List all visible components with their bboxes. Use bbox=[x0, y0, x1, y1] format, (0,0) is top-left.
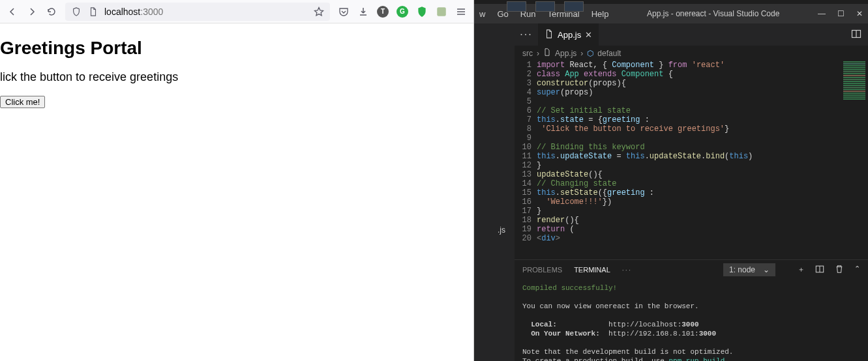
terminal-select[interactable]: 1: node bbox=[723, 263, 775, 276]
split-terminal-icon[interactable] bbox=[815, 265, 824, 275]
file-icon bbox=[543, 48, 551, 58]
tab-app-js[interactable]: App.js ✕ bbox=[538, 23, 599, 46]
reload-icon[interactable] bbox=[46, 6, 57, 18]
tab-label: App.js bbox=[558, 30, 581, 40]
window-title: App.js - onereact - Visual Studio Code bbox=[620, 9, 806, 18]
taskbar-thumbnails bbox=[507, 0, 584, 13]
click-me-button[interactable]: Click me! bbox=[0, 96, 45, 108]
sidebar-file[interactable]: .js bbox=[474, 23, 515, 235]
panel-tab-terminal[interactable]: TERMINAL bbox=[574, 266, 610, 274]
toolbar-actions: T G bbox=[338, 6, 467, 18]
bookmark-star-icon[interactable] bbox=[313, 6, 325, 18]
url-text: localhost:3000 bbox=[104, 7, 163, 17]
split-editor-icon[interactable] bbox=[845, 29, 868, 41]
breadcrumb-folder[interactable]: src bbox=[522, 49, 533, 58]
browser-window: localhost:3000 T G bbox=[0, 0, 474, 361]
vscode-window: w Go Run Terminal Help App.js - onereact… bbox=[474, 0, 868, 361]
back-icon[interactable] bbox=[7, 6, 18, 18]
maximize-panel-icon[interactable]: ⌃ bbox=[854, 265, 860, 275]
terminal-body[interactable]: Compiled successfully! You can now view … bbox=[515, 280, 868, 361]
panel-tabs: PROBLEMS TERMINAL ··· 1: node ＋ ⌃ bbox=[515, 260, 868, 280]
symbol-icon: ⬡ bbox=[587, 49, 593, 58]
line-gutter: 1234567891011121314151617181920 bbox=[515, 61, 537, 259]
browser-toolbar: localhost:3000 T G bbox=[0, 0, 473, 23]
file-icon bbox=[87, 6, 99, 18]
breadcrumb-symbol[interactable]: default bbox=[597, 49, 621, 58]
page-content: Greetings Portal lick the button to rece… bbox=[0, 23, 473, 361]
forward-icon[interactable] bbox=[26, 6, 38, 18]
maximize-icon[interactable]: ☐ bbox=[837, 9, 845, 18]
kill-terminal-icon[interactable] bbox=[835, 265, 844, 275]
shield-icon[interactable] bbox=[70, 6, 82, 18]
pocket-icon[interactable] bbox=[338, 6, 350, 18]
menu-view[interactable]: w bbox=[479, 9, 485, 19]
extension-badge-t[interactable]: T bbox=[377, 6, 389, 18]
new-terminal-icon[interactable]: ＋ bbox=[798, 265, 805, 275]
close-window-icon[interactable]: ✕ bbox=[856, 9, 863, 18]
address-bar[interactable]: localhost:3000 bbox=[65, 3, 330, 21]
code-lines[interactable]: import React, { Component } from 'react'… bbox=[537, 61, 868, 259]
editor-group: ··· App.js ✕ src › App.js › ⬡ bbox=[515, 23, 868, 361]
page-heading: Greetings Portal bbox=[0, 38, 473, 59]
tabstrip: ··· App.js ✕ bbox=[515, 23, 868, 46]
close-tab-icon[interactable]: ✕ bbox=[585, 30, 592, 40]
download-icon[interactable] bbox=[357, 6, 369, 18]
breadcrumb-file[interactable]: App.js bbox=[555, 49, 576, 58]
extension-badge-g[interactable]: G bbox=[397, 6, 408, 18]
terminal-panel: PROBLEMS TERMINAL ··· 1: node ＋ ⌃ Compil… bbox=[515, 259, 868, 361]
extension-puzzle-icon[interactable] bbox=[436, 6, 447, 18]
tab-overflow-icon[interactable]: ··· bbox=[515, 29, 538, 40]
window-controls: — ☐ ✕ bbox=[818, 9, 863, 18]
page-paragraph: lick the button to receive greetings bbox=[0, 70, 473, 84]
minimize-icon[interactable]: — bbox=[818, 9, 826, 18]
code-editor[interactable]: 1234567891011121314151617181920 import R… bbox=[515, 61, 868, 259]
svg-rect-0 bbox=[437, 7, 446, 16]
menu-help[interactable]: Help bbox=[591, 9, 609, 19]
hamburger-icon[interactable] bbox=[455, 6, 467, 18]
file-icon bbox=[545, 29, 554, 40]
breadcrumbs[interactable]: src › App.js › ⬡ default bbox=[515, 46, 868, 61]
extension-shield-icon[interactable] bbox=[416, 6, 428, 18]
sidebar: .js bbox=[474, 23, 515, 361]
panel-tab-problems[interactable]: PROBLEMS bbox=[522, 266, 562, 274]
minimap[interactable] bbox=[841, 61, 868, 259]
panel-tab-more-icon[interactable]: ··· bbox=[622, 266, 632, 274]
